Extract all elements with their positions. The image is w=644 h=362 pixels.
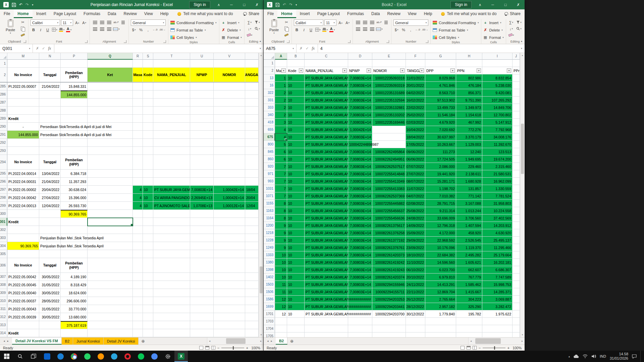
cell[interactable]	[153, 178, 190, 186]
cell[interactable]: 31.958.803	[482, 200, 513, 207]
cell[interactable]: PT SUBUR JAYA GEMILANG	[305, 119, 348, 126]
cell[interactable]	[214, 210, 245, 218]
cell[interactable]	[153, 329, 190, 337]
align-top-icon[interactable]	[355, 19, 361, 25]
insert-cells-button[interactable]: +Insert▾	[483, 19, 501, 26]
scroll-up-icon[interactable]: ▴	[259, 53, 263, 58]
cell[interactable]: 7,00803E+14	[348, 148, 372, 156]
language-indicator[interactable]: IND	[600, 354, 606, 358]
cell[interactable]: 10	[287, 126, 305, 133]
cell[interactable]: 11.546.184	[425, 111, 456, 119]
cell[interactable]: 4	[275, 133, 287, 141]
cell[interactable]	[513, 333, 520, 337]
align-center-icon[interactable]	[362, 26, 368, 32]
cell[interactable]: 10	[275, 266, 287, 274]
align-left-icon[interactable]	[355, 26, 361, 32]
row-number[interactable]: 331	[264, 97, 275, 104]
cell[interactable]: 100092294203700	[372, 310, 406, 318]
wrap-text-icon[interactable]	[120, 19, 126, 25]
cell[interactable]	[513, 111, 520, 119]
cell[interactable]: 229.460	[456, 163, 482, 170]
cell[interactable]	[348, 60, 372, 67]
cell[interactable]	[7, 139, 39, 147]
cell[interactable]: 17/05/2022	[406, 141, 425, 148]
cell[interactable]	[513, 104, 520, 111]
cell[interactable]: 7,00803E+14	[348, 185, 372, 192]
cell[interactable]	[190, 313, 214, 321]
cell[interactable]: 10	[287, 185, 305, 192]
cell[interactable]	[143, 250, 153, 258]
cell[interactable]: 10	[287, 229, 305, 237]
scrollbar-thumb[interactable]	[260, 266, 263, 293]
cell[interactable]: No Invoice	[7, 68, 39, 82]
cell[interactable]: PT SUBUR JAYA GEMILANG	[305, 237, 348, 244]
cell[interactable]: 5.147.912	[482, 119, 513, 126]
cell[interactable]	[513, 133, 520, 141]
cell[interactable]: PI.2022.05.00002	[7, 186, 39, 194]
cell[interactable]: 10	[287, 156, 305, 163]
cell[interactable]: 10	[287, 119, 305, 126]
cell[interactable]: 30/12/2022	[406, 310, 425, 318]
cell[interactable]: PT SUBUR JAYA GEMILANG	[305, 104, 348, 111]
cell[interactable]: PT SUBUR JAYA GEMILANG	[305, 148, 348, 156]
scroll-down-icon[interactable]: ▾	[259, 333, 263, 337]
cell[interactable]	[513, 192, 520, 200]
select-all-corner[interactable]	[264, 53, 275, 60]
cell[interactable]	[513, 310, 520, 318]
tab-data[interactable]: Data	[104, 9, 120, 18]
action-center-icon[interactable]	[632, 354, 637, 359]
cell[interactable]	[190, 131, 214, 139]
cell[interactable]: PT SUBUR JAYA GEMILANG	[305, 200, 348, 207]
cell[interactable]: 10	[287, 104, 305, 111]
cell[interactable]	[153, 297, 190, 305]
filter-button[interactable]: ▾	[281, 68, 286, 73]
cell[interactable]: 9	[275, 244, 287, 251]
cell[interactable]: 27/04/2022	[39, 194, 61, 202]
cell[interactable]	[133, 147, 143, 155]
cell[interactable]: 100012235131689	[372, 89, 406, 97]
cell[interactable]: 10	[287, 244, 305, 251]
maximize-button[interactable]: □	[238, 0, 251, 9]
cell[interactable]: No Invoice	[7, 258, 39, 273]
row-number[interactable]: 1249	[264, 244, 275, 251]
cell[interactable]: PT SUBUR JAYA GEMILANG	[305, 133, 348, 141]
filter-button[interactable]: ▾	[507, 68, 511, 73]
italic-button[interactable]: I	[301, 27, 307, 33]
cell[interactable]	[214, 258, 245, 273]
cell[interactable]: 7,00803E+14	[348, 133, 372, 141]
cell[interactable]	[245, 90, 259, 99]
cell[interactable]: 1.013.244	[456, 207, 482, 215]
cell[interactable]	[305, 325, 348, 333]
cell[interactable]: 14.413.291	[425, 281, 456, 288]
cell[interactable]	[214, 139, 245, 147]
row-number[interactable]: 287	[0, 99, 7, 107]
font-size-select[interactable]: 11▾	[324, 19, 336, 26]
cell[interactable]: 29/09/2022	[406, 237, 425, 244]
cell[interactable]: 07/07/2022	[406, 163, 425, 170]
cell[interactable]: 7,00803E+14	[348, 163, 372, 170]
cell[interactable]	[143, 60, 153, 68]
cell[interactable]: PT SUBUR JAYA GEMILANG	[305, 74, 348, 82]
align-bottom-icon[interactable]	[106, 19, 112, 25]
cell[interactable]	[88, 305, 133, 313]
cell[interactable]	[245, 258, 259, 273]
cell[interactable]	[482, 333, 513, 337]
cell[interactable]: 467.992	[456, 119, 482, 126]
cell[interactable]	[513, 207, 520, 215]
cell[interactable]	[88, 82, 133, 90]
cell[interactable]: 10	[287, 259, 305, 266]
cell[interactable]: 26/12/2022	[406, 296, 425, 303]
sheet-tab-detail-jv-koreksi[interactable]: Detail JV Koreksi	[104, 338, 139, 345]
format-as-table-button[interactable]: Format as Table▾	[433, 27, 468, 33]
cell[interactable]: 195.782	[456, 310, 482, 318]
cell[interactable]: PT SUBUR JAYA GEMILANG	[305, 274, 348, 281]
cut-icon[interactable]: ✂	[20, 19, 26, 25]
vertical-scrollbar[interactable]: ▴ ▾	[520, 53, 525, 337]
cell[interactable]: 6	[275, 148, 287, 156]
row-number[interactable]: 302	[0, 226, 7, 234]
column-header[interactable]	[245, 53, 259, 60]
cell[interactable]: 28/05/2022	[39, 297, 61, 305]
cell[interactable]: 11.357.293	[61, 178, 88, 186]
cell[interactable]: PI.2022.05.00045	[7, 281, 39, 289]
page-layout-view-icon[interactable]	[205, 346, 209, 350]
